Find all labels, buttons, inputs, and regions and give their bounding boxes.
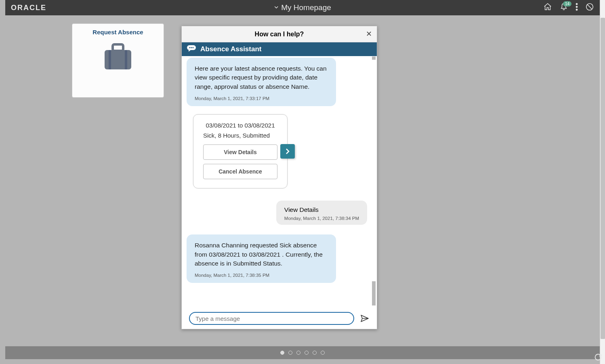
user-message: View Details Monday, March 1, 2021, 7:38…: [276, 201, 367, 225]
tile-title: Request Absence: [72, 29, 164, 36]
navbar-icon[interactable]: [585, 2, 594, 13]
carousel-next-button[interactable]: [280, 144, 295, 159]
suitcase-icon: [102, 43, 134, 72]
page-dot[interactable]: [280, 351, 284, 355]
page-dot[interactable]: [313, 351, 317, 355]
page-dot[interactable]: [296, 351, 300, 355]
modal-title: How can I help?: [255, 31, 304, 38]
chat-modal: How can I help? ✕ Absence Assistant Here…: [181, 26, 377, 329]
message-timestamp: Monday, March 1, 2021, 7:38:35 PM: [195, 272, 328, 279]
chat-icon: [187, 45, 196, 54]
svg-point-1: [576, 6, 578, 8]
page-dot[interactable]: [321, 351, 325, 355]
chat-scroll-area[interactable]: Here are your latest absence requests. Y…: [182, 56, 377, 308]
home-icon[interactable]: [543, 2, 552, 13]
svg-point-10: [189, 47, 191, 48]
chat-input-row: [182, 308, 377, 329]
notification-badge: 14: [563, 1, 571, 6]
message-timestamp: Monday, March 1, 2021, 7:38:34 PM: [284, 216, 359, 221]
svg-line-4: [588, 5, 592, 9]
oracle-logo: ORACLE: [11, 4, 46, 12]
chat-input[interactable]: [189, 312, 354, 325]
assistant-bar: Absence Assistant: [182, 42, 377, 56]
svg-point-11: [191, 47, 192, 48]
send-icon[interactable]: [360, 314, 370, 323]
bot-message: Rosanna Channing requested Sick absence …: [187, 234, 336, 283]
svg-point-12: [193, 47, 194, 48]
actions-menu-icon[interactable]: [576, 2, 578, 13]
request-absence-tile[interactable]: Request Absence: [72, 23, 164, 98]
page-dots[interactable]: [280, 351, 325, 355]
refresh-icon[interactable]: [594, 353, 603, 363]
cancel-absence-button[interactable]: Cancel Absence: [203, 164, 277, 179]
global-header: ORACLE My Homepage 14: [5, 0, 600, 15]
bot-message-text: Here are your latest absence requests. Y…: [195, 64, 328, 91]
notifications-icon[interactable]: 14: [559, 2, 568, 13]
svg-point-2: [576, 9, 578, 10]
user-message-text: View Details: [284, 206, 359, 213]
absence-subtitle: Sick, 8 Hours, Submitted: [203, 132, 277, 139]
footer-bar: [5, 346, 600, 359]
page-scrollbar[interactable]: [600, 0, 605, 364]
homepage-dropdown[interactable]: My Homepage: [274, 3, 331, 12]
close-icon[interactable]: ✕: [366, 29, 372, 38]
message-timestamp: Monday, March 1, 2021, 7:33:17 PM: [195, 95, 328, 102]
assistant-name: Absence Assistant: [200, 45, 261, 53]
page-scrollbar-thumb[interactable]: [601, 18, 605, 339]
svg-point-0: [576, 3, 578, 5]
modal-header: How can I help? ✕: [182, 26, 377, 42]
bot-message: Here are your latest absence requests. Y…: [187, 58, 336, 106]
scroll-indicator: [372, 281, 376, 305]
homepage-label: My Homepage: [281, 3, 331, 12]
page-dot[interactable]: [305, 351, 309, 355]
absence-card-carousel: 03/08/2021 to 03/08/2021 Sick, 8 Hours, …: [193, 114, 377, 188]
svg-rect-7: [111, 50, 125, 69]
bot-message-text: Rosanna Channing requested Sick absence …: [195, 241, 328, 268]
absence-card: 03/08/2021 to 03/08/2021 Sick, 8 Hours, …: [193, 114, 288, 188]
svg-rect-8: [113, 44, 123, 51]
view-details-button[interactable]: View Details: [203, 144, 277, 160]
chevron-down-icon: [274, 4, 279, 11]
scroll-indicator: [372, 56, 376, 60]
page-dot[interactable]: [288, 351, 292, 355]
absence-dates: 03/08/2021 to 03/08/2021: [203, 122, 277, 129]
